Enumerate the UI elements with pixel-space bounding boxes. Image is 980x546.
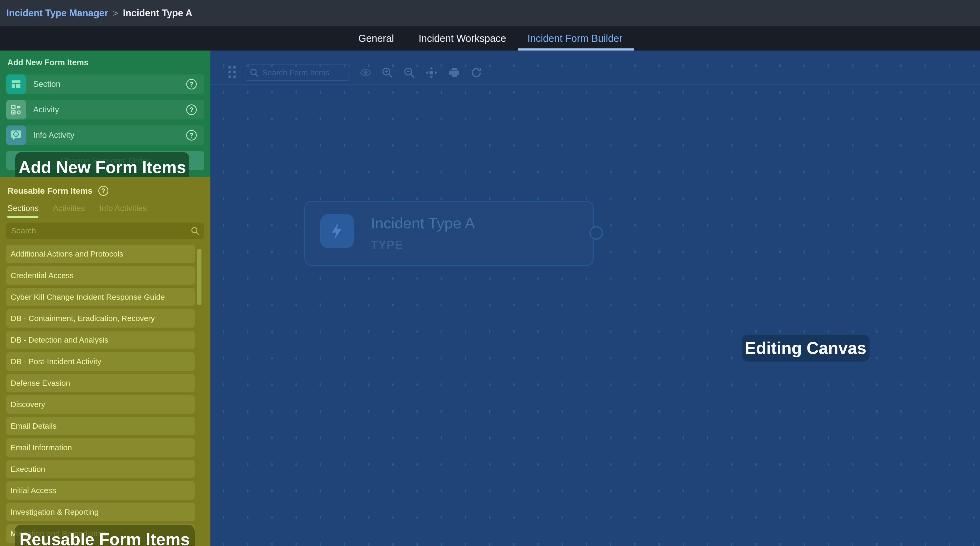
annotation-editing-canvas: Editing Canvas: [742, 335, 870, 361]
breadcrumb-root-link[interactable]: Incident Type Manager: [6, 8, 108, 19]
info-bubble-icon: [6, 126, 26, 145]
top-bar: Incident Type Manager > Incident Type A: [0, 0, 980, 26]
info-activity-help-icon[interactable]: ?: [186, 130, 197, 140]
checklist-activity-icon: [6, 100, 26, 119]
reusable-form-items-panel: Reusable Form Items ? Sections Activitie…: [0, 177, 210, 546]
list-item[interactable]: DB - Containment, Eradication, Recovery: [6, 309, 195, 328]
refresh-icon[interactable]: [468, 64, 485, 81]
list-item[interactable]: Credential Access: [6, 266, 195, 285]
list-item[interactable]: Execution: [6, 460, 195, 478]
section-help-icon[interactable]: ?: [186, 79, 197, 89]
add-section-row[interactable]: Section ?: [6, 75, 204, 94]
canvas-search-input[interactable]: [245, 64, 350, 81]
list-scrollbar-thumb[interactable]: [197, 249, 202, 305]
tab-general[interactable]: General: [358, 26, 394, 51]
toolbar-divider: [210, 84, 980, 85]
list-item[interactable]: DB - Post-Incident Activity: [6, 352, 195, 371]
add-new-form-items-title: Add New Form Items: [7, 58, 88, 67]
fit-view-icon[interactable]: [423, 64, 440, 81]
add-activity-row[interactable]: Activity ?: [6, 100, 204, 119]
incident-type-node-card[interactable]: Incident Type A TYPE: [304, 201, 593, 266]
sections-tab-underline: [7, 216, 38, 218]
zoom-out-icon[interactable]: [401, 64, 418, 81]
add-activity-label: Activity: [33, 105, 59, 115]
reusable-form-items-title: Reusable Form Items: [7, 186, 92, 196]
print-icon[interactable]: [446, 64, 463, 81]
lightning-icon: [320, 214, 354, 248]
add-info-activity-row[interactable]: Info Activity ?: [6, 126, 204, 145]
active-tab-underline: [518, 48, 634, 51]
eye-icon[interactable]: [357, 64, 374, 81]
tab-info-activities[interactable]: Info Activities: [99, 204, 147, 218]
list-item[interactable]: Email Information: [6, 438, 195, 457]
main-tab-bar: General Incident Workspace Incident Form…: [0, 26, 980, 51]
add-info-activity-label: Info Activity: [33, 131, 75, 140]
tab-activities[interactable]: Activities: [53, 204, 85, 218]
reusable-help-icon[interactable]: ?: [99, 186, 108, 196]
tab-incident-form-builder[interactable]: Incident Form Builder: [527, 26, 622, 51]
breadcrumb-separator: >: [113, 8, 118, 18]
list-item[interactable]: Initial Access: [6, 481, 195, 500]
reusable-sections-list: Additional Actions and Protocols Credent…: [0, 245, 210, 546]
layout-section-icon: [6, 75, 26, 94]
list-item[interactable]: Investigation & Reporting: [6, 503, 195, 521]
node-subtitle: TYPE: [371, 239, 403, 252]
annotation-reusable-form-items: Reusable Form Items: [15, 525, 195, 546]
list-item[interactable]: DB - Detection and Analysis: [6, 331, 195, 349]
add-section-label: Section: [33, 80, 60, 89]
tab-incident-workspace[interactable]: Incident Workspace: [418, 26, 506, 51]
add-new-form-items-panel: Add New Form Items Section ? Activity ?: [0, 51, 210, 177]
node-title: Incident Type A: [371, 214, 475, 232]
breadcrumb-current: Incident Type A: [123, 8, 192, 19]
list-item[interactable]: Additional Actions and Protocols: [6, 245, 195, 263]
list-item[interactable]: Email Details: [6, 417, 195, 435]
activity-help-icon[interactable]: ?: [186, 105, 197, 115]
reusable-search-input[interactable]: [6, 223, 204, 239]
zoom-in-icon[interactable]: [379, 64, 396, 81]
connector-port[interactable]: [589, 226, 603, 240]
list-item[interactable]: Cyber Kill Change Incident Response Guid…: [6, 288, 195, 306]
toolbar-drag-handle-icon[interactable]: [228, 66, 236, 78]
editing-canvas[interactable]: Incident Type A TYPE Editing Canvas: [210, 51, 980, 546]
list-item[interactable]: Discovery: [6, 395, 195, 414]
list-item[interactable]: Defense Evasion: [6, 374, 195, 392]
incident-type-manager-app: Incident Type Manager > Incident Type A …: [0, 0, 980, 546]
